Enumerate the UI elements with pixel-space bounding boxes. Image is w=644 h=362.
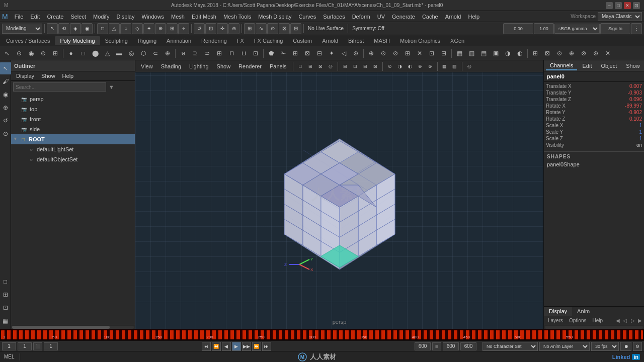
mirror-btn[interactable]: ⊟ bbox=[438, 47, 450, 59]
tool3-btn[interactable]: ○ bbox=[120, 23, 131, 34]
anim-layer-select[interactable]: No Anim Layer bbox=[539, 342, 590, 351]
menu-mesh-display[interactable]: Mesh Display bbox=[255, 13, 295, 21]
next-frame-btn[interactable]: ▶▶ bbox=[242, 342, 251, 351]
cube-btn[interactable]: □ bbox=[77, 47, 89, 59]
tab-fx[interactable]: FX bbox=[232, 36, 249, 45]
outliner-item-lightset[interactable]: ○ defaultLightSet bbox=[11, 144, 135, 154]
toggle-btn[interactable]: ✕ bbox=[602, 47, 614, 59]
tab-fx-caching[interactable]: FX Caching bbox=[249, 36, 288, 45]
outliner-item-objectset[interactable]: ○ defaultObjectSet bbox=[11, 154, 135, 164]
frame-display-field[interactable] bbox=[44, 342, 58, 350]
tool7-btn[interactable]: ⊞ bbox=[167, 23, 178, 34]
translate-x-value[interactable]: 0.007 bbox=[614, 83, 642, 89]
view-tool4[interactable]: ▦ bbox=[0, 315, 12, 327]
timeline-bar[interactable]: 1 50 100 150 200 250 300 350 400 450 500… bbox=[0, 329, 644, 340]
display-tab[interactable]: Display bbox=[544, 307, 572, 316]
rotate-btn[interactable]: ↺ bbox=[194, 23, 205, 34]
right-panel-scrollbar[interactable] bbox=[544, 325, 644, 329]
combine-btn[interactable]: ⊎ bbox=[177, 47, 189, 59]
menu-file[interactable]: File bbox=[11, 13, 27, 21]
select-mode-btn[interactable]: ↖ bbox=[0, 62, 12, 74]
close-button[interactable]: ✕ bbox=[624, 2, 631, 9]
fps-select[interactable]: 30 fps bbox=[591, 342, 619, 351]
outliner-item-persp[interactable]: 📷 persp bbox=[11, 94, 135, 104]
snap-curve-btn[interactable]: ∿ bbox=[256, 23, 267, 34]
light-btn[interactable]: ⊕ bbox=[566, 47, 578, 59]
range-start-field[interactable] bbox=[2, 342, 16, 350]
scale-x-value[interactable]: 1 bbox=[614, 123, 642, 128]
render-mode[interactable]: ◑ bbox=[502, 47, 514, 59]
translate-z-value[interactable]: 0.096 bbox=[614, 97, 642, 102]
signin-btn[interactable]: Sign In bbox=[600, 23, 630, 34]
playback-opts-btn[interactable]: ⚙ bbox=[633, 342, 642, 351]
menu-help[interactable]: Help bbox=[464, 13, 483, 21]
show-tab[interactable]: Show bbox=[622, 62, 644, 70]
slide-btn[interactable]: ⊟ bbox=[313, 47, 326, 59]
outliner-show-menu[interactable]: Show bbox=[38, 72, 58, 79]
view-btn2[interactable]: ◑ bbox=[395, 62, 405, 71]
polygon-btn[interactable]: ⬡ bbox=[137, 47, 149, 59]
soft-select-btn[interactable]: ⊜ bbox=[37, 47, 49, 59]
wedge-btn[interactable]: ◁ bbox=[338, 47, 350, 59]
delete-edge-btn[interactable]: ✕ bbox=[414, 47, 426, 59]
transform-btn[interactable]: ⟲ bbox=[58, 23, 69, 34]
cone-btn[interactable]: △ bbox=[101, 47, 113, 59]
outliner-search-input[interactable] bbox=[13, 82, 106, 92]
shadow-btn[interactable]: ⊗ bbox=[578, 47, 590, 59]
mode-select[interactable]: Modeling bbox=[2, 24, 42, 34]
tab-rigging[interactable]: Rigging bbox=[133, 36, 162, 45]
snap-grid-btn[interactable]: ⊞ bbox=[244, 23, 255, 34]
tab-curves-surfaces[interactable]: Curves / Surfaces bbox=[1, 36, 55, 45]
tool6-btn[interactable]: ⊕ bbox=[155, 23, 166, 34]
plane-btn[interactable]: ▬ bbox=[113, 47, 125, 59]
sphere-btn[interactable]: ● bbox=[65, 47, 77, 59]
move-btn[interactable]: ✛ bbox=[217, 23, 228, 34]
translate-y-value[interactable]: -0.903 bbox=[614, 90, 642, 96]
viewport-panels-menu[interactable]: Panels bbox=[266, 62, 290, 70]
hud-btn[interactable]: ▦ bbox=[440, 62, 449, 71]
rotate-y-value[interactable]: -0.902 bbox=[614, 110, 642, 115]
helix-btn[interactable]: ⊕ bbox=[162, 47, 174, 59]
tab-animation[interactable]: Animation bbox=[162, 36, 196, 45]
outliner-display-menu[interactable]: Display bbox=[13, 72, 37, 79]
object-tab[interactable]: Object bbox=[597, 62, 621, 70]
minimize-button[interactable]: – bbox=[606, 2, 613, 9]
cam-btn4[interactable]: ◎ bbox=[326, 62, 335, 71]
help-label[interactable]: Help bbox=[590, 317, 605, 324]
tab-arnold[interactable]: Arnold bbox=[317, 36, 343, 45]
offset-btn[interactable]: ⊠ bbox=[301, 47, 313, 59]
grid-btn[interactable]: ⊞ bbox=[341, 62, 350, 71]
cam-btn2[interactable]: ⊞ bbox=[306, 62, 315, 71]
tab-xgen[interactable]: XGen bbox=[445, 36, 469, 45]
separate-btn[interactable]: ⊇ bbox=[189, 47, 201, 59]
visibility-value[interactable]: on bbox=[614, 142, 642, 148]
cut-btn[interactable]: ✁ bbox=[277, 47, 289, 59]
viewport-show-menu[interactable]: Show bbox=[213, 62, 234, 70]
grid-btn3[interactable]: ⊟ bbox=[361, 62, 370, 71]
show-manip-tool[interactable]: ⊙ bbox=[0, 128, 12, 140]
app-menu-icon[interactable]: M bbox=[2, 13, 8, 21]
options-label[interactable]: Options bbox=[567, 317, 588, 324]
soft-select-tool[interactable]: ◉ bbox=[0, 88, 12, 101]
torus-btn[interactable]: ◎ bbox=[125, 47, 137, 59]
viewport-renderer-menu[interactable]: Renderer bbox=[235, 62, 265, 70]
view-btn4[interactable]: ⊕ bbox=[416, 62, 425, 71]
pipe-btn[interactable]: ⊂ bbox=[149, 47, 162, 59]
detach-button[interactable]: ⊡ bbox=[633, 2, 640, 9]
collapse-btn[interactable]: ⊘ bbox=[389, 47, 401, 59]
tab-bifrost[interactable]: Bifrost bbox=[343, 36, 369, 45]
menu-create[interactable]: Create bbox=[43, 13, 67, 21]
isolate-btn[interactable]: ◐ bbox=[514, 47, 526, 59]
shape-item[interactable]: panel0Shape bbox=[547, 161, 641, 168]
play-btn[interactable]: ▶ bbox=[232, 342, 241, 351]
merge-btn[interactable]: ⊞ bbox=[401, 47, 414, 59]
paint-skin-btn[interactable]: 🖌 bbox=[0, 75, 12, 87]
outliner-item-root[interactable]: ▼ □ ROOT bbox=[11, 134, 135, 144]
fill-btn[interactable]: ⊔ bbox=[237, 47, 250, 59]
select-tool-btn[interactable]: ↖ bbox=[47, 23, 58, 34]
scale-y-value[interactable]: 1 bbox=[614, 129, 642, 135]
tool1-btn[interactable]: □ bbox=[97, 23, 108, 34]
display-mode1[interactable]: ▦ bbox=[453, 47, 465, 59]
tab-motion-graphics[interactable]: Motion Graphics bbox=[395, 36, 445, 45]
component-btn[interactable]: ⊛ bbox=[590, 47, 602, 59]
